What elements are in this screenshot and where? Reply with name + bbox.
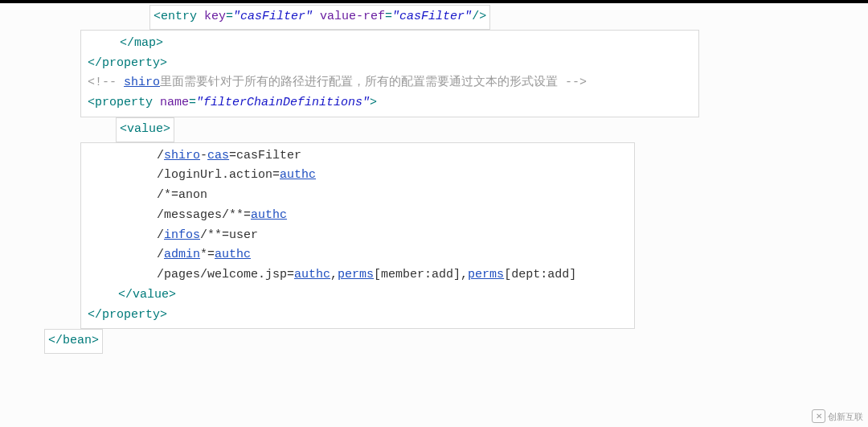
comment-open: <!-- [88, 76, 124, 89]
watermark-icon: ✕ [812, 409, 825, 423]
comment-link: shiro [124, 76, 160, 89]
bean-close-tag: </bean> [44, 329, 103, 354]
map-close-tag: </map> [120, 36, 163, 50]
property-close-tag-2: </property> [88, 308, 167, 322]
code-block-1: </map> </property> <!-- shiro里面需要针对于所有的路… [80, 30, 699, 117]
watermark: ✕ 创新互联 [812, 409, 863, 424]
code-line-entry: <entry key="casFilter" value-ref="casFil… [149, 5, 490, 30]
comment-text: 里面需要针对于所有的路径进行配置，所有的配置需要通过文本的形式设置 --> [160, 76, 587, 89]
value-close-tag: </value> [118, 288, 176, 302]
watermark-text: 创新互联 [828, 409, 863, 424]
value-open-tag: <value> [116, 117, 174, 142]
property-close-tag: </property> [88, 56, 167, 70]
filter-chain-block: /shiro-cas=casFilter /loginUrl.action=au… [80, 142, 635, 330]
